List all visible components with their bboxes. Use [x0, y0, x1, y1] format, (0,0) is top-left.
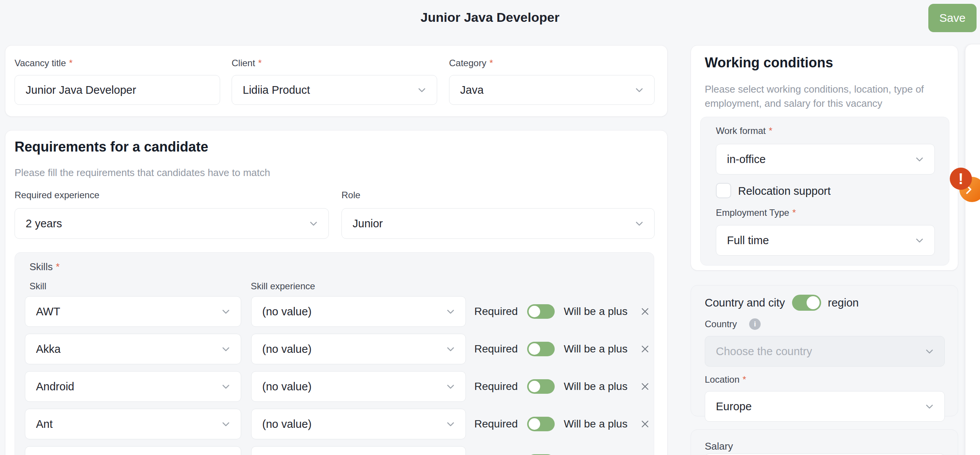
chevron-down-icon	[445, 306, 456, 317]
skill-value: Android	[36, 380, 74, 393]
employment-type-value: Full time	[727, 234, 769, 247]
skill-select[interactable]	[25, 446, 241, 455]
required-plus-toggle[interactable]	[527, 417, 555, 431]
required-experience-label: Required experience	[15, 190, 99, 201]
requirements-title: Requirements for a candidate	[15, 139, 208, 155]
skill-select[interactable]: Android	[25, 371, 241, 402]
save-button-label: Save	[939, 11, 965, 24]
save-button[interactable]: Save	[928, 4, 977, 32]
required-toggle-label: Required	[474, 343, 518, 355]
salary-label: Salary	[705, 440, 733, 452]
country-city-label: Country and city	[705, 297, 785, 309]
country-city-title-row: Country and city region	[705, 295, 859, 311]
remove-skill-button[interactable]	[638, 417, 652, 431]
skill-experience-select[interactable]: (no value)	[251, 409, 466, 439]
client-label: Client*	[232, 58, 262, 68]
vacancy-title-input[interactable]: Junior Java Developer	[15, 75, 220, 105]
skill-value: AWT	[36, 305, 60, 318]
chevron-down-icon	[634, 84, 645, 96]
skill-experience-select[interactable]: (no value)	[251, 371, 466, 402]
required-plus-toggle[interactable]	[527, 342, 555, 356]
required-toggle-label: Required	[474, 380, 518, 393]
country-city-card: Country and city region Country i Choose…	[691, 285, 958, 416]
required-experience-select[interactable]: 2 years	[15, 208, 329, 239]
category-select[interactable]: Java	[449, 75, 655, 105]
toggle-knob	[529, 418, 540, 430]
chevron-down-icon	[914, 235, 925, 246]
relocation-support-checkbox[interactable]	[716, 183, 731, 198]
work-format-panel: Work format* in-office Relocation suppor…	[700, 117, 949, 266]
required-asterisk: *	[258, 58, 261, 68]
skill-experience-select[interactable]	[251, 446, 466, 455]
salary-field[interactable]	[705, 453, 945, 455]
skill-column-label: Skill	[29, 281, 46, 292]
required-experience-value: 2 years	[26, 217, 62, 230]
required-asterisk: *	[69, 58, 72, 68]
skill-select[interactable]: Ant	[25, 409, 241, 439]
skill-row: Ant (no value) Required Will be a plus	[15, 409, 654, 439]
working-conditions-subtitle: Please select working conditions, locati…	[705, 82, 938, 111]
chevron-down-icon	[924, 401, 935, 412]
skill-experience-value: (no value)	[262, 305, 312, 318]
category-value: Java	[460, 84, 483, 96]
work-format-value: in-office	[727, 153, 766, 166]
required-toggle-label: Required	[474, 418, 518, 430]
toggle-knob	[807, 296, 820, 309]
location-label: Location*	[705, 374, 746, 385]
work-format-select[interactable]: in-office	[716, 144, 935, 174]
client-select[interactable]: Lidiia Product	[232, 75, 437, 105]
working-conditions-title: Working conditions	[705, 55, 833, 71]
chevron-down-icon	[416, 84, 428, 96]
plus-toggle-label: Will be a plus	[564, 343, 628, 355]
country-select[interactable]: Choose the country	[705, 336, 945, 367]
required-asterisk: *	[743, 374, 746, 385]
salary-card: Salary	[691, 429, 958, 455]
skill-experience-select[interactable]: (no value)	[251, 334, 466, 364]
employment-type-label: Employment Type*	[716, 207, 796, 218]
required-toggle-label: Required	[474, 305, 518, 318]
location-select[interactable]: Europe	[705, 391, 945, 422]
remove-skill-button[interactable]	[638, 342, 652, 356]
side-drawer-collapsed	[965, 44, 980, 455]
required-plus-toggle[interactable]	[527, 379, 555, 394]
chevron-down-icon	[220, 418, 232, 430]
skill-row: Akka (no value) Required Will be a plus	[15, 334, 654, 364]
toggle-knob	[529, 306, 540, 317]
region-label: region	[828, 297, 859, 309]
toggle-knob	[529, 343, 540, 355]
chevron-down-icon	[445, 343, 456, 355]
page-title: Junior Java Developer	[0, 10, 980, 25]
chevron-down-icon	[445, 381, 456, 392]
remove-skill-button[interactable]	[638, 380, 652, 393]
skill-experience-value: (no value)	[262, 418, 312, 431]
chevron-down-icon	[220, 381, 232, 392]
region-mode-toggle[interactable]	[792, 295, 821, 311]
skills-label: Skills*	[29, 261, 60, 273]
vacancy-summary-card: Vacancy title* Junior Java Developer Cli…	[5, 45, 668, 117]
remove-skill-button[interactable]	[638, 305, 652, 318]
vacancy-title-label: Vacancy title*	[15, 58, 73, 68]
employment-type-select[interactable]: Full time	[716, 225, 935, 256]
skill-experience-value: (no value)	[262, 380, 312, 393]
chevron-down-icon	[220, 343, 232, 355]
toggle-knob	[529, 381, 540, 392]
skill-row: Android (no value) Required Will be a pl…	[15, 371, 654, 402]
country-placeholder: Choose the country	[716, 345, 812, 358]
info-icon[interactable]: i	[749, 318, 761, 330]
chevron-down-icon	[914, 153, 925, 165]
required-plus-toggle[interactable]	[527, 304, 555, 319]
skill-select[interactable]: AWT	[25, 296, 241, 327]
skill-experience-value: (no value)	[262, 343, 312, 356]
requirements-card: Requirements for a candidate Please fill…	[5, 130, 668, 455]
skills-panel: Skills* Skill Skill experience AWT (no v…	[15, 252, 654, 455]
skill-experience-column-label: Skill experience	[251, 281, 315, 292]
role-select[interactable]: Junior	[341, 208, 655, 239]
plus-toggle-label: Will be a plus	[564, 380, 628, 393]
skill-row: AWT (no value) Required Will be a plus	[15, 296, 654, 327]
alert-badge[interactable]: !	[950, 168, 972, 190]
skill-select[interactable]: Akka	[25, 334, 241, 364]
location-value: Europe	[716, 400, 752, 413]
required-asterisk: *	[489, 58, 493, 68]
relocation-support-label: Relocation support	[738, 184, 831, 197]
skill-experience-select[interactable]: (no value)	[251, 296, 466, 327]
